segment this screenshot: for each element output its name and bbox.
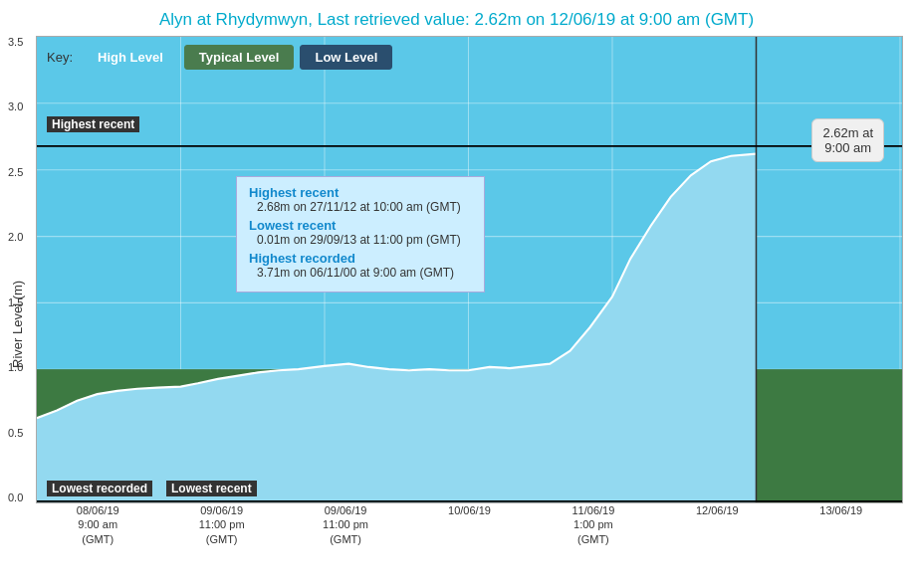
callout-line1: 2.62m at — [822, 125, 873, 140]
chart-wrapper: River Level (m) 3.5 3.0 2.5 2.0 1.5 1.0 … — [10, 36, 903, 553]
tooltip-highest-recorded-val: 3.71m on 06/11/00 at 9:00 am (GMT) — [257, 266, 472, 280]
y-tick-30: 3.0 — [8, 100, 23, 112]
svg-rect-15 — [756, 369, 902, 502]
y-tick-05: 0.5 — [8, 427, 23, 439]
lowest-recent-label: Lowest recent — [166, 481, 257, 496]
tooltip-box: Highest recent 2.68m on 27/11/12 at 10:0… — [236, 176, 485, 293]
key-bar: Key: High Level Typical Level Low Level — [47, 45, 392, 70]
x-tick-5: 11/06/19 1:00 pm (GMT) — [532, 503, 655, 553]
callout-line2: 9:00 am — [822, 140, 873, 155]
chart-title: Alyn at Rhydymwyn, Last retrieved value:… — [10, 10, 903, 30]
key-high-button[interactable]: High Level — [83, 45, 178, 70]
y-tick-20: 2.0 — [8, 231, 23, 243]
x-tick-1: 08/06/19 9:00 am (GMT) — [36, 503, 159, 553]
x-tick-7: 13/06/19 — [780, 503, 903, 553]
y-tick-10: 1.0 — [8, 361, 23, 373]
key-label: Key: — [47, 50, 73, 65]
x-axis: 08/06/19 9:00 am (GMT) 09/06/19 11:00 pm… — [36, 503, 903, 553]
y-tick-15: 1.5 — [8, 296, 23, 308]
tooltip-lowest-recent-val: 0.01m on 29/09/13 at 11:00 pm (GMT) — [257, 233, 472, 247]
y-tick-35: 3.5 — [8, 36, 23, 48]
tooltip-lowest-recent-title: Lowest recent — [249, 218, 472, 233]
highest-recent-label: Highest recent — [47, 116, 139, 132]
tooltip-highest-recent-title: Highest recent — [249, 185, 472, 200]
x-tick-4: 10/06/19 — [407, 503, 531, 553]
key-low-button[interactable]: Low Level — [300, 45, 392, 70]
y-tick-25: 2.5 — [8, 166, 23, 178]
main-container: Alyn at Rhydymwyn, Last retrieved value:… — [0, 0, 913, 588]
key-typical-button[interactable]: Typical Level — [184, 45, 295, 70]
tooltip-highest-recent-val: 2.68m on 27/11/12 at 10:00 am (GMT) — [257, 200, 472, 214]
lowest-recorded-label: Lowest recorded — [47, 481, 152, 496]
y-tick-00: 0.0 — [8, 491, 23, 503]
tooltip-highest-recorded-title: Highest recorded — [249, 251, 472, 266]
x-tick-2: 09/06/19 11:00 pm (GMT) — [159, 503, 283, 553]
callout-bubble: 2.62m at 9:00 am — [811, 118, 884, 162]
x-tick-6: 12/06/19 — [655, 503, 779, 553]
x-tick-3: 09/06/19 11:00 pm (GMT) — [284, 503, 407, 553]
chart-area: Key: High Level Typical Level Low Level … — [36, 36, 903, 503]
